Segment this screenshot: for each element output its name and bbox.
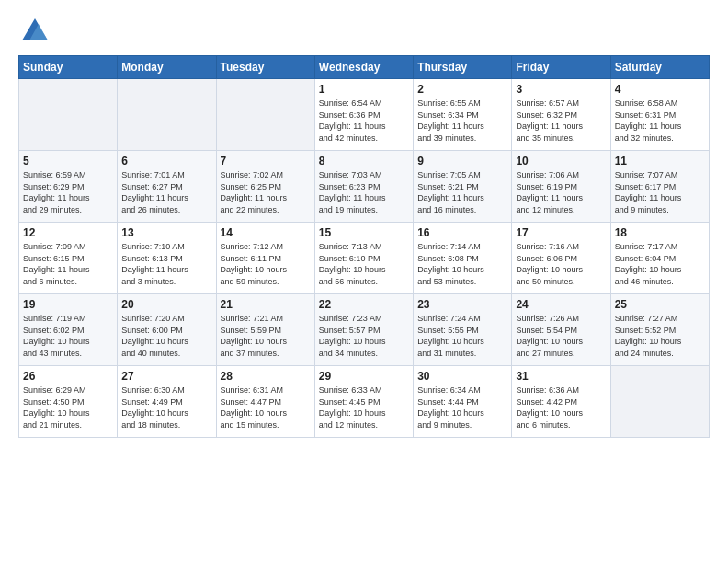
calendar-cell: 6Sunrise: 7:01 AM Sunset: 6:27 PM Daylig… [118,151,216,223]
day-info: Sunrise: 6:29 AM Sunset: 4:50 PM Dayligh… [23,385,113,431]
th-friday: Friday [512,56,610,79]
day-number: 24 [516,298,606,311]
logo-icon [18,15,51,48]
calendar-cell: 3Sunrise: 6:57 AM Sunset: 6:32 PM Daylig… [512,79,610,151]
header [18,15,710,48]
day-number: 4 [615,83,705,96]
calendar-cell: 15Sunrise: 7:13 AM Sunset: 6:10 PM Dayli… [314,223,413,294]
day-number: 13 [121,226,211,239]
calendar-cell: 22Sunrise: 7:23 AM Sunset: 5:57 PM Dayli… [314,294,413,366]
week-row-3: 19Sunrise: 7:19 AM Sunset: 6:02 PM Dayli… [19,294,710,366]
calendar-table: Sunday Monday Tuesday Wednesday Thursday… [18,55,710,438]
week-row-0: 1Sunrise: 6:54 AM Sunset: 6:36 PM Daylig… [19,79,710,151]
day-number: 11 [615,155,705,167]
day-number: 22 [319,298,409,311]
day-number: 28 [221,370,311,383]
day-number: 2 [417,83,507,96]
calendar-cell: 5Sunrise: 6:59 AM Sunset: 6:29 PM Daylig… [19,151,118,223]
calendar-cell: 30Sunrise: 6:34 AM Sunset: 4:44 PM Dayli… [414,366,512,438]
day-info: Sunrise: 6:36 AM Sunset: 4:42 PM Dayligh… [516,385,606,431]
day-info: Sunrise: 7:01 AM Sunset: 6:27 PM Dayligh… [121,169,211,215]
day-info: Sunrise: 7:07 AM Sunset: 6:17 PM Dayligh… [615,169,705,215]
day-info: Sunrise: 7:09 AM Sunset: 6:15 PM Dayligh… [23,241,113,287]
day-number: 29 [319,370,409,383]
day-info: Sunrise: 6:30 AM Sunset: 4:49 PM Dayligh… [121,385,211,431]
day-number: 27 [121,370,211,383]
th-sunday: Sunday [19,56,118,79]
day-number: 15 [319,226,409,239]
day-info: Sunrise: 7:05 AM Sunset: 6:21 PM Dayligh… [417,169,507,215]
day-info: Sunrise: 7:24 AM Sunset: 5:55 PM Dayligh… [417,313,507,359]
calendar-cell: 13Sunrise: 7:10 AM Sunset: 6:13 PM Dayli… [118,223,216,294]
th-wednesday: Wednesday [314,56,413,79]
calendar-cell: 17Sunrise: 7:16 AM Sunset: 6:06 PM Dayli… [512,223,610,294]
page: Sunday Monday Tuesday Wednesday Thursday… [0,0,728,563]
calendar-cell: 11Sunrise: 7:07 AM Sunset: 6:17 PM Dayli… [610,151,709,223]
day-number: 26 [23,370,113,383]
calendar-cell: 2Sunrise: 6:55 AM Sunset: 6:34 PM Daylig… [414,79,512,151]
day-info: Sunrise: 6:59 AM Sunset: 6:29 PM Dayligh… [23,169,113,215]
day-number: 8 [319,155,409,167]
day-number: 1 [319,83,409,96]
day-info: Sunrise: 6:33 AM Sunset: 4:45 PM Dayligh… [319,385,409,431]
calendar-cell [118,79,216,151]
th-monday: Monday [118,56,216,79]
calendar-cell: 29Sunrise: 6:33 AM Sunset: 4:45 PM Dayli… [314,366,413,438]
calendar-cell: 14Sunrise: 7:12 AM Sunset: 6:11 PM Dayli… [216,223,314,294]
calendar-cell: 25Sunrise: 7:27 AM Sunset: 5:52 PM Dayli… [610,294,709,366]
calendar-cell: 27Sunrise: 6:30 AM Sunset: 4:49 PM Dayli… [118,366,216,438]
calendar-cell: 20Sunrise: 7:20 AM Sunset: 6:00 PM Dayli… [118,294,216,366]
day-info: Sunrise: 7:13 AM Sunset: 6:10 PM Dayligh… [319,241,409,287]
day-number: 14 [221,226,311,239]
logo [18,15,55,48]
th-saturday: Saturday [610,56,709,79]
day-info: Sunrise: 6:54 AM Sunset: 6:36 PM Dayligh… [319,98,409,144]
day-info: Sunrise: 7:17 AM Sunset: 6:04 PM Dayligh… [615,241,705,287]
day-info: Sunrise: 7:23 AM Sunset: 5:57 PM Dayligh… [319,313,409,359]
calendar-cell: 4Sunrise: 6:58 AM Sunset: 6:31 PM Daylig… [610,79,709,151]
week-row-2: 12Sunrise: 7:09 AM Sunset: 6:15 PM Dayli… [19,223,710,294]
day-info: Sunrise: 6:58 AM Sunset: 6:31 PM Dayligh… [615,98,705,144]
calendar-cell: 31Sunrise: 6:36 AM Sunset: 4:42 PM Dayli… [512,366,610,438]
day-number: 7 [221,155,311,167]
calendar-cell [216,79,314,151]
day-info: Sunrise: 7:26 AM Sunset: 5:54 PM Dayligh… [516,313,606,359]
th-tuesday: Tuesday [216,56,314,79]
calendar-cell: 9Sunrise: 7:05 AM Sunset: 6:21 PM Daylig… [414,151,512,223]
day-number: 19 [23,298,113,311]
day-info: Sunrise: 6:31 AM Sunset: 4:47 PM Dayligh… [221,385,311,431]
calendar-cell: 28Sunrise: 6:31 AM Sunset: 4:47 PM Dayli… [216,366,314,438]
day-info: Sunrise: 7:20 AM Sunset: 6:00 PM Dayligh… [121,313,211,359]
day-info: Sunrise: 7:02 AM Sunset: 6:25 PM Dayligh… [221,169,311,215]
day-info: Sunrise: 6:57 AM Sunset: 6:32 PM Dayligh… [516,98,606,144]
day-info: Sunrise: 7:21 AM Sunset: 5:59 PM Dayligh… [221,313,311,359]
day-number: 30 [417,370,507,383]
calendar-cell: 1Sunrise: 6:54 AM Sunset: 6:36 PM Daylig… [314,79,413,151]
day-number: 6 [121,155,211,167]
header-row: Sunday Monday Tuesday Wednesday Thursday… [19,56,710,79]
calendar-cell: 18Sunrise: 7:17 AM Sunset: 6:04 PM Dayli… [610,223,709,294]
calendar-cell [19,79,118,151]
week-row-1: 5Sunrise: 6:59 AM Sunset: 6:29 PM Daylig… [19,151,710,223]
day-number: 20 [121,298,211,311]
day-info: Sunrise: 7:12 AM Sunset: 6:11 PM Dayligh… [221,241,311,287]
day-info: Sunrise: 6:55 AM Sunset: 6:34 PM Dayligh… [417,98,507,144]
day-number: 23 [417,298,507,311]
calendar-cell: 7Sunrise: 7:02 AM Sunset: 6:25 PM Daylig… [216,151,314,223]
calendar-cell: 12Sunrise: 7:09 AM Sunset: 6:15 PM Dayli… [19,223,118,294]
day-number: 10 [516,155,606,167]
calendar-cell: 10Sunrise: 7:06 AM Sunset: 6:19 PM Dayli… [512,151,610,223]
calendar-cell: 26Sunrise: 6:29 AM Sunset: 4:50 PM Dayli… [19,366,118,438]
day-info: Sunrise: 7:03 AM Sunset: 6:23 PM Dayligh… [319,169,409,215]
day-number: 21 [221,298,311,311]
day-info: Sunrise: 7:14 AM Sunset: 6:08 PM Dayligh… [417,241,507,287]
day-info: Sunrise: 7:27 AM Sunset: 5:52 PM Dayligh… [615,313,705,359]
calendar-cell: 24Sunrise: 7:26 AM Sunset: 5:54 PM Dayli… [512,294,610,366]
calendar-cell: 16Sunrise: 7:14 AM Sunset: 6:08 PM Dayli… [414,223,512,294]
week-row-4: 26Sunrise: 6:29 AM Sunset: 4:50 PM Dayli… [19,366,710,438]
day-number: 31 [516,370,606,383]
day-number: 12 [23,226,113,239]
day-number: 16 [417,226,507,239]
day-number: 9 [417,155,507,167]
day-info: Sunrise: 7:19 AM Sunset: 6:02 PM Dayligh… [23,313,113,359]
